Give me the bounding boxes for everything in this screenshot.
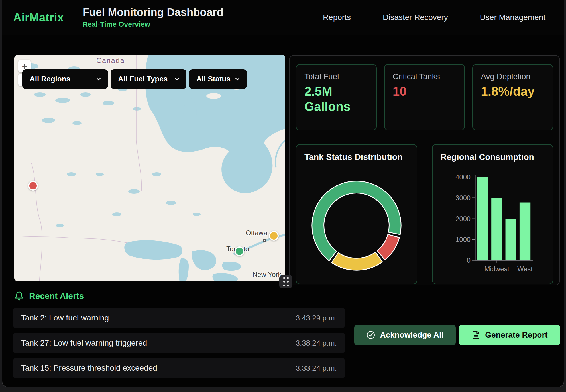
chart-title: Tank Status Distribution	[304, 152, 409, 162]
stat-value: 10	[393, 84, 447, 99]
alert-row: Tank 27: Low fuel warning triggered 3:38…	[13, 333, 345, 353]
regional-consumption-panel: Regional Consumption 01000200030004000Mi…	[432, 144, 553, 284]
recent-alerts-heading: Recent Alerts	[14, 291, 84, 301]
stat-value: 2.5M Gallons	[304, 84, 359, 114]
tank-status-donut	[309, 178, 404, 273]
normal-tank-marker[interactable]	[235, 246, 244, 256]
alert-message: Tank 27: Low fuel warning triggered	[21, 338, 147, 348]
stat-label: Avg Depletion	[481, 72, 545, 81]
overview-panel: Total Fuel 2.5M Gallons Critical Tanks 1…	[289, 55, 560, 285]
chevron-down-icon	[174, 76, 180, 82]
svg-text:2000: 2000	[455, 215, 471, 222]
map-filter-bar: All Regions All Fuel Types All Status	[22, 69, 247, 89]
app-window: AirMatrix Fuel Monitoring Dashboard Real…	[2, 0, 564, 387]
chevron-down-icon	[95, 76, 102, 82]
regional-consumption-bar-chart: 01000200030004000MidwestWest	[441, 164, 545, 283]
svg-text:Midwest: Midwest	[484, 265, 509, 273]
fuel-type-filter-dropdown[interactable]: All Fuel Types	[111, 69, 186, 89]
stat-card-total-fuel: Total Fuel 2.5M Gallons	[296, 64, 377, 130]
stat-label: Critical Tanks	[393, 72, 457, 81]
fuel-type-filter-value: All Fuel Types	[118, 75, 168, 83]
map-label-ottawa: Ottawa	[246, 229, 267, 237]
tank-status-panel: Tank Status Distribution	[296, 144, 417, 284]
alert-timestamp: 3:33:24 p.m.	[296, 364, 337, 373]
svg-text:4000: 4000	[455, 173, 471, 181]
nav-item-disaster-recovery[interactable]: Disaster Recovery	[383, 13, 448, 22]
chart-title: Regional Consumption	[441, 152, 545, 162]
generate-report-button[interactable]: Generate Report	[459, 325, 560, 345]
svg-text:3000: 3000	[455, 194, 471, 202]
brand-logo[interactable]: AirMatrix	[13, 11, 64, 24]
check-circle-icon	[366, 330, 375, 340]
bell-icon	[14, 291, 24, 301]
alert-timestamp: 3:38:24 p.m.	[296, 339, 337, 348]
warning-tank-marker[interactable]	[269, 231, 279, 241]
ottawa-poi-icon	[263, 239, 266, 242]
stat-value: 1.8%/day	[481, 84, 535, 99]
alert-timestamp: 3:43:29 p.m.	[296, 314, 337, 322]
stat-card-avg-depletion: Avg Depletion 1.8%/day	[472, 64, 553, 130]
alert-row: Tank 2: Low fuel warning 3:43:29 p.m.	[13, 308, 345, 328]
header: AirMatrix Fuel Monitoring Dashboard Real…	[2, 0, 564, 35]
region-filter-value: All Regions	[30, 75, 70, 83]
recent-alerts-title: Recent Alerts	[29, 291, 84, 301]
generate-report-label: Generate Report	[485, 330, 547, 340]
page-subtitle: Real-Time Overview	[83, 20, 223, 28]
page-title: Fuel Monitoring Dashboard	[83, 6, 223, 19]
main-nav: Reports Disaster Recovery User Managemen…	[323, 13, 545, 22]
stat-card-critical-tanks: Critical Tanks 10	[384, 64, 465, 130]
alert-message: Tank 2: Low fuel warning	[21, 313, 109, 322]
charts-row: Tank Status Distribution Regional Consum…	[296, 144, 553, 284]
nav-item-user-management[interactable]: User Management	[480, 13, 545, 22]
title-block: Fuel Monitoring Dashboard Real-Time Over…	[83, 6, 223, 28]
svg-text:0: 0	[467, 256, 470, 264]
alert-row: Tank 15: Pressure threshold exceeded 3:3…	[13, 358, 345, 378]
status-filter-value: All Status	[196, 75, 231, 83]
stats-row: Total Fuel 2.5M Gallons Critical Tanks 1…	[296, 64, 553, 130]
acknowledge-all-label: Acknowledge All	[380, 330, 443, 340]
map-canvas[interactable]: Canada Ottawa Toronto New York + − All R…	[14, 55, 285, 281]
svg-text:1000: 1000	[455, 236, 471, 243]
region-filter-dropdown[interactable]: All Regions	[22, 69, 108, 89]
status-filter-dropdown[interactable]: All Status	[189, 69, 247, 89]
svg-text:West: West	[517, 265, 533, 273]
file-text-icon	[471, 330, 481, 340]
chevron-down-icon	[234, 76, 241, 82]
nav-item-reports[interactable]: Reports	[323, 13, 351, 22]
map-resize-drag-handle[interactable]	[279, 275, 292, 288]
acknowledge-all-button[interactable]: Acknowledge All	[354, 325, 456, 345]
critical-tank-marker[interactable]	[28, 181, 38, 191]
alert-message: Tank 15: Pressure threshold exceeded	[21, 364, 157, 373]
map-label-new-york: New York	[253, 271, 281, 279]
map-label-canada: Canada	[96, 56, 125, 65]
stat-label: Total Fuel	[304, 72, 368, 81]
